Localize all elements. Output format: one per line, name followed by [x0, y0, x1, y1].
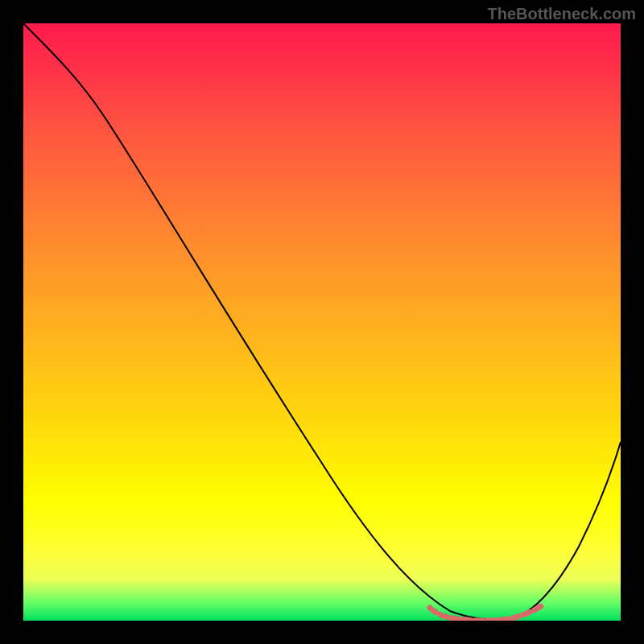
chart-svg [23, 23, 621, 621]
watermark-text: TheBottleneck.com [488, 5, 636, 23]
bottleneck-curve-line [23, 23, 621, 620]
plot-area [23, 23, 621, 621]
optimal-range-marker [430, 605, 543, 621]
